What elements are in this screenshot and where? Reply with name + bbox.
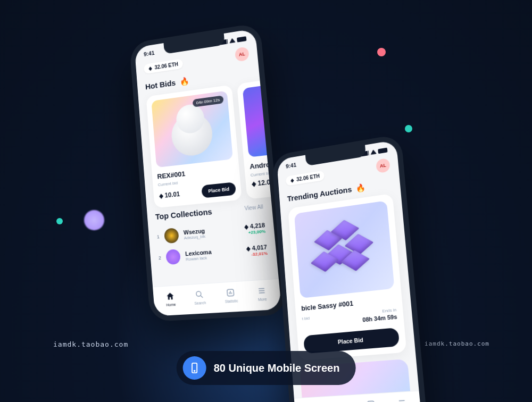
wifi-icon — [370, 149, 377, 155]
phone-icon — [183, 356, 206, 380]
balance-pill[interactable]: ◆ 32.06 ETH — [144, 58, 183, 74]
bid-label: t bid — [302, 316, 310, 321]
stats-icon — [366, 399, 376, 402]
collection-rank: 2 — [159, 255, 162, 261]
decorative-dot — [84, 210, 104, 230]
more-icon — [256, 286, 267, 296]
nft-card[interactable]: 04h 09m 12s REX#001 Current bid ◆ 10.01 … — [146, 85, 242, 208]
fire-icon: 🔥 — [179, 76, 189, 86]
decorative-dot — [405, 125, 412, 132]
wifi-icon — [229, 38, 235, 44]
svg-point-0 — [196, 291, 202, 297]
nft-artwork — [243, 83, 281, 157]
balance-pill[interactable]: ◆ 32.06 ETH — [286, 170, 325, 186]
countdown-timer: 04h 09m 12s — [192, 95, 223, 107]
ethereum-icon: ◆ — [159, 192, 163, 199]
collection-avatar — [165, 249, 181, 265]
view-all-link[interactable]: View All — [244, 204, 263, 211]
avatar[interactable]: AL — [235, 46, 250, 62]
ethereum-icon: ◆ — [148, 65, 152, 71]
auction-artwork — [294, 200, 395, 298]
svg-point-5 — [194, 371, 195, 372]
watermark-text: iamdk.taobao.com — [53, 340, 128, 348]
balance-value: 32.06 ETH — [296, 173, 320, 182]
phone-mockup-left: 9:41 ◆ 32.06 ETH AL Hot Bids 🔥 04h 09m 1… — [129, 22, 288, 322]
collection-rank: 1 — [157, 234, 160, 239]
nft-price: ◆ 10.01 — [159, 190, 180, 200]
ethereum-icon: ◆ — [290, 177, 294, 183]
collection-avatar — [164, 228, 179, 244]
nav-statistic[interactable]: Statistic — [364, 399, 379, 402]
bottom-nav: Home Search Statistic More — [153, 279, 281, 316]
nav-search[interactable]: Search — [193, 289, 206, 305]
auction-card[interactable]: bicle Sassy #001 t bid Ends in 08h 34m 5… — [288, 194, 406, 361]
place-bid-button[interactable]: Place Bid — [303, 328, 400, 354]
nav-statistic[interactable]: Statistic — [224, 287, 238, 303]
status-time: 9:41 — [286, 162, 297, 170]
search-icon — [194, 289, 204, 299]
nav-more[interactable]: More — [256, 286, 268, 302]
decorative-dot — [377, 48, 386, 56]
ethereum-icon: ◆ — [244, 223, 248, 231]
fire-icon: 🔥 — [355, 182, 366, 192]
feature-badge-text: 80 Unique Mobile Screen — [214, 362, 340, 374]
home-icon — [165, 291, 176, 302]
stats-icon — [226, 287, 236, 298]
nft-artwork: 04h 09m 12s — [151, 90, 233, 168]
status-time: 9:41 — [144, 49, 155, 57]
balance-value: 32.06 ETH — [154, 61, 178, 70]
battery-icon — [237, 36, 246, 43]
decorative-dot — [56, 218, 63, 224]
watermark-text: iamdk.taobao.com — [425, 340, 489, 347]
place-bid-button[interactable]: Place Bid — [202, 182, 236, 198]
battery-icon — [378, 147, 387, 154]
avatar[interactable]: AL — [376, 158, 390, 173]
nav-home[interactable]: Home — [165, 291, 176, 307]
nav-more[interactable]: More — [396, 397, 408, 402]
ethereum-icon: ◆ — [251, 180, 256, 188]
more-icon — [396, 397, 407, 402]
ethereum-icon: ◆ — [246, 245, 251, 253]
feature-badge: 80 Unique Mobile Screen — [177, 351, 356, 385]
